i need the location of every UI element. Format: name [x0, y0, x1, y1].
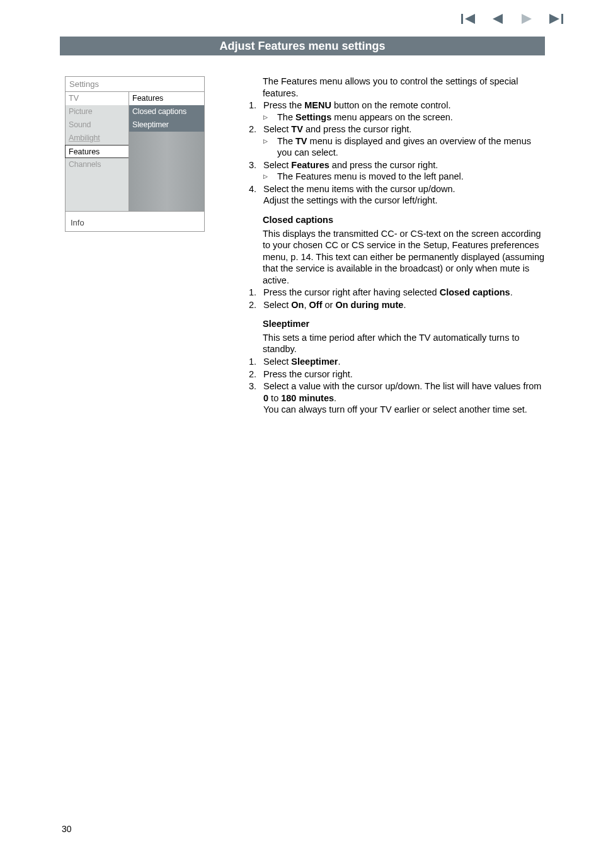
svg-marker-3	[522, 14, 532, 24]
shaded-row-2	[129, 145, 204, 158]
cc-step-2: 2. Select On, Off or On during mute.	[249, 299, 546, 311]
panel-title: Settings	[66, 77, 204, 92]
svg-marker-4	[549, 14, 559, 24]
page-number: 30	[62, 824, 72, 834]
menu-features: Features	[65, 145, 129, 158]
body-text: The Features menu allows you to control …	[249, 76, 546, 416]
sleeptimer-text: This sets a time period after which the …	[263, 332, 546, 355]
last-icon[interactable]	[548, 13, 563, 25]
tv-header: TV	[66, 92, 129, 105]
cc-step-1: 1. Press the cursor right after having s…	[249, 287, 546, 299]
shaded-row-6	[129, 198, 204, 211]
empty-left-1	[66, 171, 129, 185]
settings-left-col: TV Picture Sound Ambilight Features Chan…	[66, 92, 129, 211]
shaded-row-1	[129, 132, 204, 145]
intro-text: The Features menu allows you to control …	[263, 76, 546, 99]
closed-captions-text: This displays the transmitted CC- or CS-…	[263, 228, 546, 287]
first-icon[interactable]	[461, 13, 476, 25]
prev-icon[interactable]	[490, 13, 505, 25]
step-4: 4. Select the menu items with the cursor…	[249, 183, 546, 207]
step-3: 3. Select Features and press the cursor …	[249, 159, 546, 183]
st-step-3: 3. Select a value with the cursor up/dow…	[249, 380, 546, 416]
shaded-row-4	[129, 171, 204, 185]
menu-channels: Channels	[66, 158, 129, 171]
menu-picture: Picture	[66, 105, 129, 118]
features-header: Features	[129, 92, 204, 105]
svg-rect-5	[561, 14, 563, 24]
info-row: Info	[66, 211, 204, 231]
settings-panel: Settings TV Picture Sound Ambilight Feat…	[65, 76, 205, 232]
item-closed-captions: Closed captions	[129, 105, 204, 118]
nav-icons	[461, 13, 563, 25]
settings-right-col: Features Closed captions Sleeptimer	[129, 92, 204, 211]
shaded-row-3	[129, 158, 204, 171]
closed-captions-head: Closed captions	[263, 214, 546, 226]
shaded-row-5	[129, 185, 204, 198]
menu-sound: Sound	[66, 118, 129, 132]
empty-left-3	[66, 198, 129, 211]
svg-marker-2	[493, 14, 503, 24]
st-step-1: 1. Select Sleeptimer.	[249, 356, 546, 368]
item-sleeptimer: Sleeptimer	[129, 118, 204, 132]
empty-left-2	[66, 185, 129, 198]
page-title: Adjust Features menu settings	[60, 37, 545, 55]
menu-ambilight: Ambilight	[66, 132, 129, 145]
next-icon[interactable]	[519, 13, 534, 25]
step-1: 1. Press the MENU button on the remote c…	[249, 100, 546, 123]
svg-marker-1	[465, 14, 475, 24]
sleeptimer-head: Sleeptimer	[263, 318, 546, 330]
step-2: 2. Select TV and press the cursor right.…	[249, 123, 546, 159]
st-step-2: 2. Press the cursor right.	[249, 368, 546, 380]
svg-rect-0	[461, 14, 463, 24]
